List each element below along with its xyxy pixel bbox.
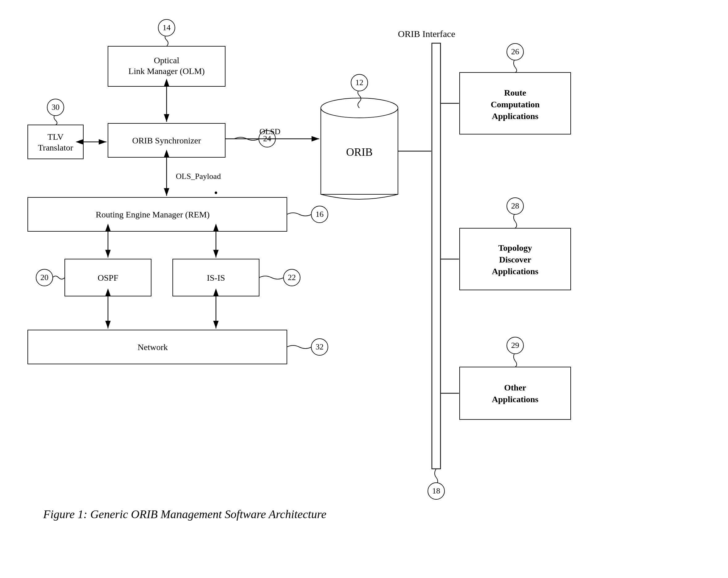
svg-point-27: [311, 339, 328, 355]
badge-32: 32: [316, 342, 323, 351]
isis-label: IS-IS: [207, 273, 225, 283]
other-label-2: Applications: [492, 394, 539, 404]
diagram-svg: ORIB Interface Optical Link Manager (OLM…: [19, 19, 709, 543]
topology-label-3: Applications: [492, 266, 539, 276]
route-comp-label-2: Computation: [491, 100, 540, 109]
badge-12: 12: [355, 78, 363, 87]
svg-rect-22: [173, 259, 259, 296]
svg-rect-26: [28, 330, 287, 364]
svg-rect-30: [460, 73, 571, 134]
topology-label-2: Discover: [499, 255, 531, 264]
svg-rect-20: [65, 259, 151, 296]
svg-point-5: [158, 20, 175, 36]
badge-22: 22: [288, 273, 296, 282]
svg-point-14: [351, 74, 368, 91]
badge-18: 18: [432, 487, 440, 495]
svg-point-40: [215, 191, 217, 194]
badge-28: 28: [511, 202, 519, 210]
svg-rect-12: [321, 108, 398, 194]
topology-label-1: Topology: [498, 243, 532, 253]
badge-26: 26: [511, 47, 519, 56]
svg-rect-4: [108, 46, 225, 86]
svg-rect-33: [460, 228, 571, 290]
orib-interface-label: ORIB Interface: [398, 29, 455, 39]
olsd-label: OLSD: [259, 127, 280, 136]
badge-24: 24: [263, 134, 271, 143]
badge-20: 20: [41, 273, 48, 282]
svg-rect-36: [460, 367, 571, 419]
svg-point-7: [259, 130, 276, 147]
svg-point-21: [36, 269, 53, 286]
svg-point-37: [507, 337, 523, 354]
svg-rect-6: [108, 123, 225, 157]
badge-16: 16: [316, 210, 323, 219]
svg-point-10: [47, 99, 64, 116]
ospf-label: OSPF: [98, 273, 119, 283]
diagram: ORIB Interface Optical Link Manager (OLM…: [19, 19, 709, 543]
tlv-label-2: Translator: [38, 143, 73, 152]
route-comp-label-3: Applications: [492, 111, 539, 121]
svg-point-18: [311, 206, 328, 223]
svg-rect-9: [28, 125, 83, 159]
caption: Figure 1: Generic ORIB Management Softwa…: [43, 508, 327, 521]
svg-rect-3: [432, 43, 441, 469]
olm-label-1: Optical: [154, 55, 180, 65]
svg-point-31: [507, 44, 523, 60]
svg-point-23: [284, 269, 300, 286]
orib-sync-label: ORIB Synchronizer: [132, 136, 201, 145]
network-label: Network: [137, 342, 168, 352]
svg-point-13: [321, 98, 398, 118]
svg-rect-17: [28, 198, 287, 231]
badge-30: 30: [52, 103, 59, 112]
tlv-label-1: TLV: [48, 132, 63, 141]
ols-payload-label: OLS_Payload: [176, 172, 221, 181]
olm-label-2: Link Manager (OLM): [128, 66, 205, 76]
svg-point-34: [507, 198, 523, 214]
orib-db-label: ORIB: [346, 146, 373, 158]
rem-label: Routing Engine Manager (REM): [96, 210, 209, 219]
other-label-1: Other: [504, 383, 526, 392]
svg-point-39: [428, 483, 444, 499]
badge-14: 14: [162, 23, 171, 32]
badge-29: 29: [511, 341, 519, 350]
route-comp-label-1: Route: [504, 88, 526, 98]
